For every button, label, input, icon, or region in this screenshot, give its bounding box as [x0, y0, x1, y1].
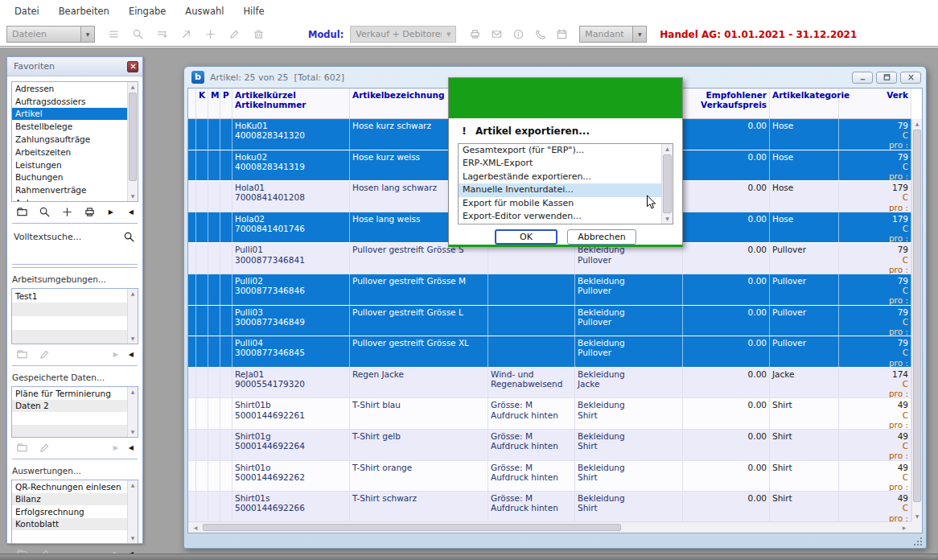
list-item[interactable] — [12, 412, 127, 425]
search-icon[interactable] — [123, 231, 135, 243]
export-option[interactable]: Manuelle Inventurdatei... — [459, 183, 661, 196]
play-right-icon[interactable]: ▶ — [113, 442, 118, 454]
header-p[interactable]: P — [220, 89, 232, 118]
maximize-button[interactable] — [876, 72, 897, 84]
sidebar-item-leistungen[interactable]: Leistungen — [12, 159, 127, 171]
list-item[interactable] — [12, 303, 127, 316]
table-row[interactable]: Pulli043000877346845Pullover gestreift G… — [188, 336, 911, 368]
export-option[interactable]: Export-Editor verwenden... — [459, 210, 661, 223]
play-left-icon[interactable]: ◀ — [129, 442, 134, 454]
scroll-up-icon[interactable]: ▲ — [128, 387, 138, 397]
export-option[interactable]: Export für mobile Kassen — [459, 197, 661, 210]
table-row[interactable]: Shirt01o5000144692262T-Shirt orangeGröss… — [188, 461, 911, 492]
sidebar-item-zahlungsaufträge[interactable]: Zahlungsaufträge — [12, 133, 127, 146]
play-left-icon[interactable]: ◀ — [129, 348, 134, 360]
trash-icon[interactable] — [253, 28, 265, 40]
window-resize-grip[interactable] — [912, 536, 922, 546]
mail-icon[interactable] — [491, 28, 503, 40]
table-row[interactable]: Pulli013000877346841Pullover gestreift G… — [188, 243, 911, 274]
phone-icon[interactable] — [534, 28, 546, 40]
scroll-down-icon[interactable]: ▼ — [128, 191, 138, 201]
list-item[interactable]: QR-Rechnungen einlesen — [12, 480, 127, 493]
scroll-down-icon[interactable]: ▼ — [128, 334, 138, 344]
header-artikelkategorie[interactable]: Artikelkategorie — [770, 89, 839, 118]
menu-item-auswahl[interactable]: Auswahl — [185, 6, 224, 17]
list-icon[interactable] — [108, 28, 120, 40]
menu-item-hilfe[interactable]: Hilfe — [243, 6, 264, 17]
scroll-left-icon[interactable]: ◀ — [190, 522, 201, 533]
header-k[interactable]: K — [196, 89, 208, 118]
scroll-up-icon[interactable]: ▲ — [128, 480, 138, 490]
plus-icon[interactable] — [204, 28, 216, 40]
list-item[interactable]: Erfolgsrechnung — [12, 505, 127, 518]
play-left-icon[interactable]: ◀ — [129, 206, 134, 218]
sidebar-item-anlagen[interactable]: Anlagen — [12, 196, 127, 202]
export-option[interactable]: Lagerbestände exportieren... — [459, 171, 661, 183]
scroll-down-icon[interactable]: ▼ — [912, 512, 922, 521]
sidebar-item-bestellbelege[interactable]: Bestellbelege — [12, 120, 127, 133]
table-row[interactable]: Shirt01b5000144692261T-Shirt blauGrösse:… — [188, 398, 911, 430]
table-row[interactable]: ReJa019000554179320Regen JackeWind- undR… — [188, 368, 911, 399]
list-item[interactable] — [12, 425, 127, 438]
header-m[interactable]: M — [208, 89, 220, 118]
export-option[interactable]: ERP-XML-Export — [459, 157, 661, 170]
pencil-icon[interactable] — [228, 28, 241, 40]
list-item[interactable]: Test1 — [12, 289, 127, 303]
header-verkaufspreis-cut[interactable]: Verk — [839, 89, 911, 118]
sidebar-item-auftragsdossiers[interactable]: Auftragsdossiers — [12, 95, 127, 108]
list-item[interactable] — [12, 530, 127, 543]
table-row[interactable]: Pulli023000877346846Pullover gestreift G… — [188, 274, 911, 306]
close-icon[interactable] — [127, 61, 138, 72]
table-row[interactable]: Pulli033000877346849Pullover gestreift G… — [188, 306, 911, 337]
printer-icon[interactable] — [469, 28, 481, 40]
search-icon[interactable] — [132, 28, 144, 40]
list-item[interactable]: Kontoblatt — [12, 518, 127, 531]
section-scrollbar[interactable]: ▲▼ — [127, 480, 138, 543]
folder-icon[interactable] — [16, 348, 28, 360]
menu-item-bearbeiten[interactable]: Bearbeiten — [59, 6, 109, 17]
list-item[interactable]: Bilanz — [12, 493, 127, 506]
pencil-icon[interactable] — [39, 348, 51, 360]
info-icon[interactable] — [512, 28, 525, 40]
list-item[interactable]: Pläne für Terminierung — [12, 387, 127, 400]
section-scrollbar[interactable]: ▲▼ — [127, 289, 138, 344]
menu-item-eingabe[interactable]: Eingabe — [129, 6, 166, 17]
play-right-icon[interactable]: ▶ — [109, 206, 113, 218]
sidebar-item-buchungen[interactable]: Buchungen — [12, 171, 127, 184]
sort-icon[interactable] — [156, 28, 168, 40]
table-row[interactable]: Shirt01s5000144692266T-Shirt schwarzGrös… — [188, 492, 911, 521]
list-item[interactable] — [12, 316, 127, 330]
table-row[interactable]: Shirt01g5000144692264T-Shirt gelbGrösse:… — [188, 430, 911, 461]
export-option[interactable]: Gesamtexport (für "ERP")... — [459, 144, 661, 157]
mandant-combo[interactable]: Mandant ▼ — [579, 26, 647, 43]
header-artikelkuerzel[interactable]: Artikelkürzel Artikelnummer — [232, 89, 350, 118]
folder-icon[interactable] — [16, 206, 28, 218]
cancel-button[interactable]: Abbrechen — [567, 229, 636, 245]
section-scrollbar[interactable]: ▲▼ — [127, 387, 138, 437]
close-button[interactable] — [900, 72, 921, 84]
table-hscrollbar[interactable]: ◀ ▶ — [188, 521, 911, 533]
menu-item-datei[interactable]: Datei — [14, 6, 39, 17]
list-item[interactable]: Daten 2 — [12, 400, 127, 413]
scroll-up-icon[interactable]: ▲ — [912, 119, 922, 129]
calendar-icon[interactable] — [556, 28, 568, 40]
printer-icon[interactable] — [84, 206, 96, 218]
plus-icon[interactable] — [61, 206, 73, 218]
arrow-up-right-icon[interactable] — [180, 28, 192, 40]
dialog-scrollbar[interactable]: ▲ ▼ — [661, 144, 673, 224]
pencil-icon[interactable] — [39, 442, 51, 454]
table-vscrollbar[interactable]: ▲ ▼ — [911, 119, 922, 521]
scroll-up-icon[interactable]: ▲ — [128, 82, 138, 92]
scroll-up-icon[interactable]: ▲ — [128, 289, 138, 299]
scroll-down-icon[interactable]: ▼ — [128, 427, 138, 437]
scroll-down-icon[interactable]: ▼ — [128, 533, 138, 543]
module-combo[interactable]: Verkauf + Debitoren ▼ — [350, 26, 456, 43]
files-combo[interactable]: Dateien ▼ — [6, 26, 95, 43]
play-right-icon[interactable]: ▶ — [113, 348, 118, 360]
sidebar-item-artikel[interactable]: Artikel — [12, 108, 127, 121]
fulltext-search[interactable]: Volltextsuche... — [11, 225, 138, 245]
scroll-up-icon[interactable]: ▲ — [662, 144, 673, 154]
list-item[interactable] — [12, 330, 127, 344]
scroll-down-icon[interactable]: ▼ — [662, 214, 673, 224]
header-empfohlener-verkaufspreis[interactable]: Empfohlener Verkaufspreis — [683, 89, 770, 118]
